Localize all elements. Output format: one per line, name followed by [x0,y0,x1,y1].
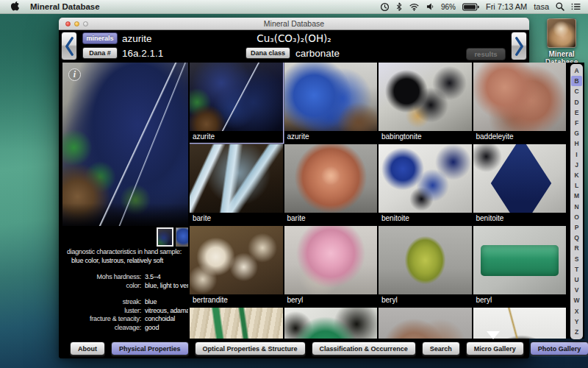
alpha-letter-h[interactable]: H [570,138,583,149]
bluetooth-icon[interactable] [396,2,402,11]
gallery-item[interactable]: benitoite [379,144,472,224]
apple-menu-icon[interactable] [10,1,20,13]
alpha-letter-n[interactable]: N [570,202,583,212]
diagnostic-label: diagnostic characteristics in hand sampl… [67,248,188,257]
alpha-letter-w[interactable]: W [570,295,583,305]
mineral-name-label: baddeleyite [473,131,567,143]
notification-center-icon[interactable] [571,3,581,10]
alpha-letter-a[interactable]: A [570,66,583,76]
photo-gallery-pointer [487,331,500,339]
mineral-name-label: azurite [284,131,378,143]
property-row: color:blue, light to very dark, [62,282,188,291]
tab-micro-gallery[interactable]: Micro Gallery [466,342,524,355]
mineral-photo [284,63,378,131]
alpha-letter-l[interactable]: L [570,180,583,191]
gallery-item[interactable]: beryl [284,226,378,306]
alpha-letter-s[interactable]: S [570,254,583,264]
menu-bar: Mineral Database 96% Fri 7:13 AM tasa [0,0,588,14]
alpha-letter-i[interactable]: I [570,149,583,160]
mineral-name-label: benitoite [473,213,567,224]
property-label: luster: [62,307,145,316]
property-label: cleavage: [62,324,145,333]
battery-icon[interactable] [462,3,479,11]
tab-classification-occurrence[interactable]: Classification & Occurrence [312,342,416,355]
property-group: streak:blueluster:vitreous, adamantinefr… [62,298,188,332]
results-button[interactable]: results [466,48,506,60]
alpha-letter-b[interactable]: B [571,76,582,86]
mineral-photo [190,144,283,213]
photo-thumbnail[interactable] [176,227,188,247]
tab-photo-gallery[interactable]: Photo Gallery [530,342,588,355]
mineral-photo [379,226,472,294]
mineral-photo [379,63,472,131]
dana-number-button[interactable]: Dana # [82,47,118,59]
alpha-letter-f[interactable]: F [570,118,583,128]
gallery-item[interactable]: azurite [190,63,283,143]
alphabet-index: ABCDEFGHIJKLMNOPQRSTUVWXYZ [570,64,583,339]
gallery-item[interactable]: babingtonite [379,63,472,143]
alpha-letter-g[interactable]: G [570,128,583,138]
tab-optical-properties-structure[interactable]: Optical Properties & Structure [195,342,306,355]
alpha-letter-v[interactable]: V [570,285,583,295]
dana-class-button[interactable]: Dana class [245,47,290,59]
alpha-letter-x[interactable]: X [570,306,583,316]
gallery-item[interactable]: barite [284,144,378,224]
bottom-tab-bar: AboutPhysical PropertiesOptical Properti… [59,339,529,358]
alpha-letter-e[interactable]: E [570,107,583,118]
property-value: vitreous, adamantine [145,307,188,316]
gallery-item[interactable] [284,308,378,339]
menu-app-name[interactable]: Mineral Database [30,2,100,11]
tab-physical-properties[interactable]: Physical Properties [111,342,189,355]
property-row: luster:vitreous, adamantine [62,307,188,316]
mineral-name-label: barite [190,213,283,224]
alpha-letter-k[interactable]: K [570,170,583,180]
title-bar[interactable]: Mineral Database [59,18,529,30]
gallery-item[interactable]: barite [190,144,283,224]
photo-thumbnail-selected[interactable] [157,227,173,247]
alpha-letter-y[interactable]: Y [570,316,583,327]
menu-user[interactable]: tasa [534,2,549,11]
gallery-item[interactable] [190,308,283,339]
property-row: cleavage:good [62,324,188,333]
mineral-photo [190,308,283,339]
alpha-letter-q[interactable]: Q [570,233,583,243]
wifi-icon[interactable] [409,3,420,11]
property-value: conchoidal [145,315,175,324]
mineral-name-label: barite [284,213,378,224]
alpha-letter-d[interactable]: D [570,97,583,107]
alpha-letter-c[interactable]: C [570,86,583,96]
desktop-icon-mineral-database[interactable]: Mineral Database [539,18,584,66]
gallery-item[interactable]: beryl [473,226,567,306]
alpha-letter-m[interactable]: M [570,191,583,201]
alpha-letter-r[interactable]: R [570,243,583,253]
mineral-name-label: beryl [379,294,472,306]
alpha-letter-z[interactable]: Z [570,327,583,337]
time-machine-icon[interactable] [380,2,390,12]
tab-search[interactable]: Search [422,342,460,355]
menu-clock[interactable]: Fri 7:13 AM [486,2,527,11]
alpha-letter-u[interactable]: U [570,275,583,285]
mineral-name-label: beryl [284,294,378,306]
property-row: Mohs hardness:3.5–4 [62,273,188,282]
gallery-item[interactable]: baddeleyite [473,63,567,143]
gallery-item[interactable]: benitoite [473,144,567,224]
mineral-photo [379,144,472,213]
mineral-detail-panel: i diagnostic characteristics in hand sam… [62,63,188,339]
property-label: streak: [62,298,145,307]
gallery-item[interactable]: bertrandite [190,226,283,306]
gallery-item[interactable]: beryl [379,226,472,306]
volume-icon[interactable] [426,3,434,10]
alpha-letter-t[interactable]: T [570,264,583,275]
spotlight-icon[interactable] [556,2,564,11]
gallery-item[interactable] [379,308,472,339]
next-mineral-button[interactable] [511,32,527,60]
desktop-icon-thumbnail [547,18,576,48]
alpha-letter-j[interactable]: J [570,160,583,170]
gallery-item[interactable]: azurite [284,63,378,143]
alpha-letter-p[interactable]: P [570,222,583,233]
mineral-hero-photo[interactable] [62,63,188,226]
mineral-name-label: beryl [473,294,567,306]
tab-about[interactable]: About [70,342,105,355]
alpha-letter-o[interactable]: O [570,212,583,222]
info-icon[interactable]: i [68,68,81,81]
